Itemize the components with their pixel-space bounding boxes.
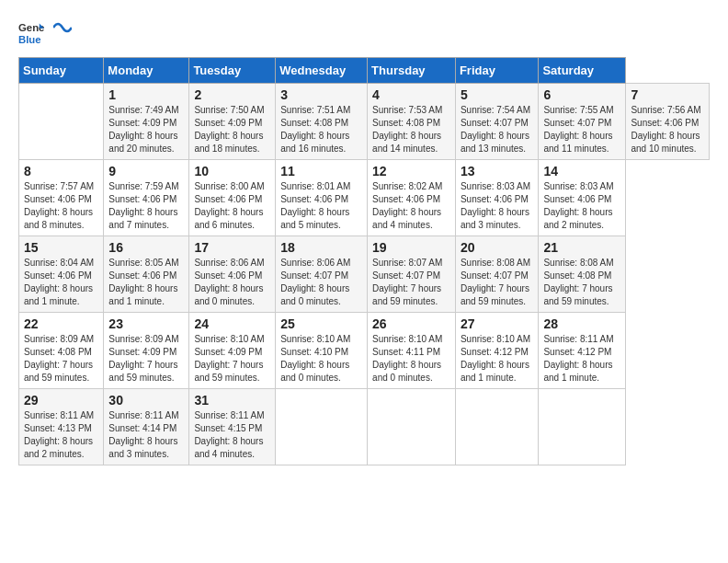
calendar-day-20: 20 Sunrise: 8:08 AM Sunset: 4:07 PM Dayl… [455,236,539,313]
day-header-wednesday: Wednesday [276,58,368,84]
logo-icon: General Blue [18,20,44,46]
day-daylight: Daylight: 8 hours and 2 minutes. [24,436,93,459]
day-sunset: Sunset: 4:06 PM [24,194,92,204]
day-number: 19 [372,240,450,255]
day-number: 15 [24,240,98,255]
day-number: 28 [543,316,620,331]
calendar-day-9: 9 Sunrise: 7:59 AM Sunset: 4:06 PM Dayli… [104,160,189,236]
day-sunrise: Sunrise: 8:10 AM [461,334,530,344]
day-sunset: Sunset: 4:06 PM [372,194,440,204]
header: General Blue [18,18,710,48]
day-daylight: Daylight: 7 hours and 59 minutes. [461,283,529,306]
calendar-day-6: 6 Sunrise: 7:55 AM Sunset: 4:07 PM Dayli… [539,84,626,160]
day-sunset: Sunset: 4:09 PM [108,118,176,128]
svg-text:Blue: Blue [18,34,41,45]
day-sunset: Sunset: 4:08 PM [280,118,348,128]
day-sunset: Sunset: 4:06 PM [194,194,262,204]
day-number: 22 [24,316,98,331]
day-number: 29 [24,393,98,408]
day-sunset: Sunset: 4:07 PM [461,118,529,128]
day-sunrise: Sunrise: 8:02 AM [372,181,442,191]
day-sunrise: Sunrise: 8:08 AM [543,258,613,268]
calendar-day-30: 30 Sunrise: 8:11 AM Sunset: 4:14 PM Dayl… [104,389,189,465]
day-number: 14 [543,164,620,178]
day-sunset: Sunset: 4:09 PM [108,347,176,357]
day-daylight: Daylight: 8 hours and 3 minutes. [461,207,529,230]
day-daylight: Daylight: 7 hours and 59 minutes. [24,360,93,383]
day-number: 23 [108,316,184,331]
day-daylight: Daylight: 8 hours and 1 minute. [461,360,529,383]
day-sunset: Sunset: 4:06 PM [543,194,611,204]
calendar-day-15: 15 Sunrise: 8:04 AM Sunset: 4:06 PM Dayl… [19,236,104,313]
day-daylight: Daylight: 8 hours and 16 minutes. [280,131,349,154]
day-daylight: Daylight: 8 hours and 7 minutes. [108,207,177,230]
day-number: 26 [372,316,450,331]
calendar-day-4: 4 Sunrise: 7:53 AM Sunset: 4:08 PM Dayli… [368,84,456,160]
day-daylight: Daylight: 8 hours and 6 minutes. [194,207,263,230]
day-sunrise: Sunrise: 7:49 AM [108,105,178,115]
day-sunset: Sunset: 4:09 PM [194,347,262,357]
calendar-day-8: 8 Sunrise: 7:57 AM Sunset: 4:06 PM Dayli… [19,160,104,236]
day-header-saturday: Saturday [539,58,626,84]
day-daylight: Daylight: 8 hours and 14 minutes. [372,131,441,154]
calendar-day-25: 25 Sunrise: 8:10 AM Sunset: 4:10 PM Dayl… [276,313,368,389]
day-number: 25 [280,316,362,331]
calendar-day-19: 19 Sunrise: 8:07 AM Sunset: 4:07 PM Dayl… [368,236,456,313]
day-number: 8 [24,164,98,178]
day-header-thursday: Thursday [368,58,456,84]
day-number: 6 [543,87,620,102]
day-sunset: Sunset: 4:06 PM [631,118,699,128]
calendar-day-3: 3 Sunrise: 7:51 AM Sunset: 4:08 PM Dayli… [276,84,368,160]
day-sunset: Sunset: 4:08 PM [372,118,440,128]
day-number: 24 [194,316,270,331]
day-daylight: Daylight: 7 hours and 59 minutes. [194,360,263,383]
calendar-day-11: 11 Sunrise: 8:01 AM Sunset: 4:06 PM Dayl… [276,160,368,236]
day-number: 4 [372,87,450,102]
empty-cell [276,389,368,465]
day-sunset: Sunset: 4:06 PM [280,194,348,204]
day-sunrise: Sunrise: 7:59 AM [108,181,178,191]
day-daylight: Daylight: 8 hours and 13 minutes. [461,131,529,154]
calendar-day-28: 28 Sunrise: 8:11 AM Sunset: 4:12 PM Dayl… [539,313,626,389]
day-daylight: Daylight: 8 hours and 4 minutes. [194,436,263,459]
day-number: 31 [194,393,270,408]
calendar-day-16: 16 Sunrise: 8:05 AM Sunset: 4:06 PM Dayl… [104,236,189,313]
day-daylight: Daylight: 8 hours and 11 minutes. [543,131,612,154]
day-daylight: Daylight: 7 hours and 59 minutes. [108,360,177,383]
day-daylight: Daylight: 7 hours and 59 minutes. [543,283,612,306]
day-header-sunday: Sunday [19,58,104,84]
day-sunset: Sunset: 4:12 PM [461,347,529,357]
day-sunrise: Sunrise: 8:09 AM [108,334,178,344]
day-sunset: Sunset: 4:10 PM [280,347,348,357]
day-sunrise: Sunrise: 7:53 AM [372,105,442,115]
day-sunrise: Sunrise: 8:08 AM [461,258,530,268]
day-number: 12 [372,164,450,178]
day-number: 27 [461,316,534,331]
calendar-day-29: 29 Sunrise: 8:11 AM Sunset: 4:13 PM Dayl… [19,389,104,465]
day-sunrise: Sunrise: 8:06 AM [280,258,350,268]
day-sunset: Sunset: 4:08 PM [24,347,92,357]
day-sunrise: Sunrise: 8:10 AM [372,334,442,344]
day-sunrise: Sunrise: 7:56 AM [631,105,700,115]
day-sunset: Sunset: 4:06 PM [24,270,92,281]
day-daylight: Daylight: 8 hours and 1 minute. [108,283,177,306]
calendar-day-7: 7 Sunrise: 7:56 AM Sunset: 4:06 PM Dayli… [626,84,710,160]
calendar-day-1: 1 Sunrise: 7:49 AM Sunset: 4:09 PM Dayli… [104,84,189,160]
calendar-table: SundayMondayTuesdayWednesdayThursdayFrid… [18,57,710,465]
day-sunrise: Sunrise: 8:06 AM [194,258,264,268]
day-sunrise: Sunrise: 8:10 AM [280,334,350,344]
day-header-monday: Monday [104,58,189,84]
calendar-day-12: 12 Sunrise: 8:02 AM Sunset: 4:06 PM Dayl… [368,160,456,236]
day-sunset: Sunset: 4:07 PM [543,118,611,128]
day-number: 2 [194,87,270,102]
day-number: 1 [108,87,184,102]
day-daylight: Daylight: 8 hours and 2 minutes. [543,207,612,230]
day-daylight: Daylight: 8 hours and 8 minutes. [24,207,93,230]
calendar-day-22: 22 Sunrise: 8:09 AM Sunset: 4:08 PM Dayl… [19,313,104,389]
calendar-day-5: 5 Sunrise: 7:54 AM Sunset: 4:07 PM Dayli… [455,84,539,160]
day-number: 16 [108,240,184,255]
day-sunrise: Sunrise: 8:01 AM [280,181,350,191]
day-daylight: Daylight: 8 hours and 4 minutes. [372,207,441,230]
day-sunset: Sunset: 4:07 PM [461,270,529,281]
logo: General Blue [18,18,72,48]
